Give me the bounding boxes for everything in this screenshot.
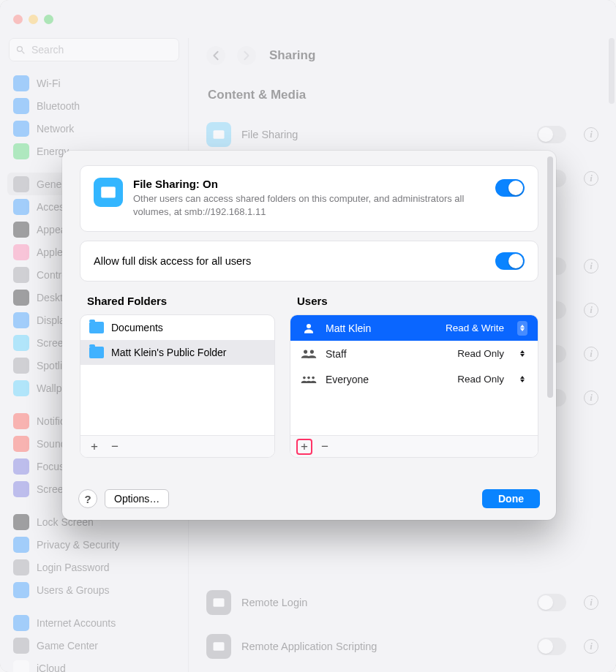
row-toggle[interactable] [537, 594, 566, 611]
permission-stepper[interactable] [517, 372, 527, 387]
sidebar-item[interactable]: Login Password [7, 556, 181, 578]
sidebar-item-label: Focus [37, 461, 64, 472]
user-item[interactable]: Matt KleinRead & Write [290, 315, 538, 341]
svg-rect-5 [101, 186, 116, 189]
file-sharing-toggle[interactable] [495, 179, 525, 197]
remove-folder-button[interactable]: − [107, 439, 123, 455]
sidebar-item-icon [13, 615, 29, 631]
sidebar-item-icon [13, 143, 29, 159]
sidebar-item-icon [13, 121, 29, 137]
sidebar-item[interactable]: Internet Accounts [7, 611, 181, 634]
user-permission: Read & Write [446, 322, 504, 333]
user-icon [301, 348, 317, 360]
folder-item[interactable]: Documents [80, 315, 274, 340]
permission-stepper[interactable] [517, 321, 527, 336]
info-icon[interactable]: i [584, 259, 598, 273]
svg-rect-3 [214, 642, 225, 651]
forward-button[interactable] [237, 46, 256, 65]
sidebar-item[interactable]: Privacy & Security [7, 533, 181, 556]
sidebar-item-icon [13, 290, 29, 306]
search-icon [15, 45, 26, 56]
info-icon[interactable]: i [584, 303, 598, 317]
remove-user-button[interactable]: − [317, 439, 333, 455]
folder-label: Documents [111, 322, 163, 333]
sidebar-item[interactable]: Wi-Fi [7, 72, 181, 94]
shared-folders-panel: Shared Folders DocumentsMatt Klein's Pub… [80, 295, 275, 458]
minimize-window-button[interactable] [29, 15, 38, 24]
settings-row[interactable]: File Sharingi [206, 113, 598, 156]
row-icon [206, 634, 231, 659]
sidebar-item-label: Users & Groups [37, 584, 110, 596]
info-icon[interactable]: i [584, 171, 598, 186]
sidebar-item[interactable]: Network [7, 117, 181, 140]
row-toggle[interactable] [537, 126, 566, 143]
sidebar-item[interactable]: iCloud [7, 657, 181, 672]
info-icon[interactable]: i [584, 390, 598, 405]
folder-icon [89, 322, 104, 333]
svg-point-8 [310, 350, 314, 353]
user-name: Staff [326, 348, 448, 360]
user-item[interactable]: StaffRead Only [290, 341, 538, 366]
titlebar [0, 0, 616, 38]
users-list: Matt KleinRead & WriteStaffRead OnlyEver… [290, 314, 538, 458]
row-toggle[interactable] [537, 638, 566, 655]
allow-full-disk-row: Allow full disk access for all users [80, 241, 538, 282]
sidebar-item-label: Game Center [37, 640, 98, 652]
sidebar-item-label: Internet Accounts [37, 617, 116, 629]
shared-folders-title: Shared Folders [87, 295, 275, 307]
content-scrollbar[interactable] [609, 38, 615, 104]
info-icon[interactable]: i [584, 595, 598, 610]
search-input[interactable]: Search [9, 38, 179, 61]
sidebar-item-label: Bluetooth [37, 100, 80, 112]
permission-stepper[interactable] [517, 347, 527, 361]
sidebar-item[interactable]: Users & Groups [7, 578, 181, 601]
user-name: Matt Klein [326, 322, 437, 334]
close-window-button[interactable] [13, 15, 23, 24]
svg-rect-2 [214, 598, 225, 607]
sidebar-item-icon [13, 660, 29, 673]
row-icon [206, 590, 231, 615]
sidebar-item-icon [13, 267, 29, 283]
sidebar-item-icon [13, 335, 29, 351]
folder-item[interactable]: Matt Klein's Public Folder [80, 340, 274, 365]
sidebar-item-icon [13, 312, 29, 328]
sidebar-item-icon [13, 537, 29, 553]
zoom-window-button[interactable] [44, 15, 53, 24]
add-user-button[interactable]: + [296, 439, 312, 455]
sidebar-item-label: iCloud [37, 662, 66, 673]
done-button[interactable]: Done [482, 489, 540, 508]
settings-row[interactable]: Remote Application Scriptingi [206, 624, 598, 668]
sidebar-item[interactable]: Game Center [7, 634, 181, 657]
user-icon [301, 322, 317, 335]
sidebar-item-label: Login Password [37, 562, 110, 573]
sidebar-item[interactable]: Bluetooth [7, 94, 181, 117]
sidebar-item-icon [13, 481, 29, 497]
page-title: Sharing [269, 48, 315, 63]
folder-icon [89, 347, 104, 358]
user-item[interactable]: EveryoneRead Only [290, 366, 538, 392]
sidebar-item-label: Network [37, 123, 74, 135]
sidebar-item-icon [13, 436, 29, 452]
svg-rect-0 [214, 130, 225, 139]
allow-full-disk-toggle[interactable] [495, 252, 525, 270]
info-icon[interactable]: i [584, 347, 598, 361]
row-label: Remote Application Scripting [241, 641, 527, 652]
add-folder-button[interactable]: + [86, 439, 102, 455]
sidebar-item-icon [13, 98, 29, 114]
user-name: Everyone [326, 374, 448, 385]
info-icon[interactable]: i [584, 127, 598, 142]
user-icon [301, 374, 317, 385]
options-button[interactable]: Options… [105, 489, 169, 508]
sidebar-item-icon [13, 244, 29, 260]
folder-label: Matt Klein's Public Folder [111, 347, 227, 358]
sidebar-item-icon [13, 75, 29, 91]
info-icon[interactable]: i [584, 639, 598, 654]
modal-title: File Sharing: On [133, 178, 525, 190]
sidebar-item-icon [13, 222, 29, 238]
modal-scrollbar[interactable] [547, 156, 553, 398]
settings-row[interactable]: Remote Logini [206, 581, 598, 624]
file-sharing-icon [94, 178, 123, 207]
back-button[interactable] [206, 46, 225, 65]
row-icon [206, 122, 231, 147]
help-button[interactable]: ? [78, 489, 97, 508]
